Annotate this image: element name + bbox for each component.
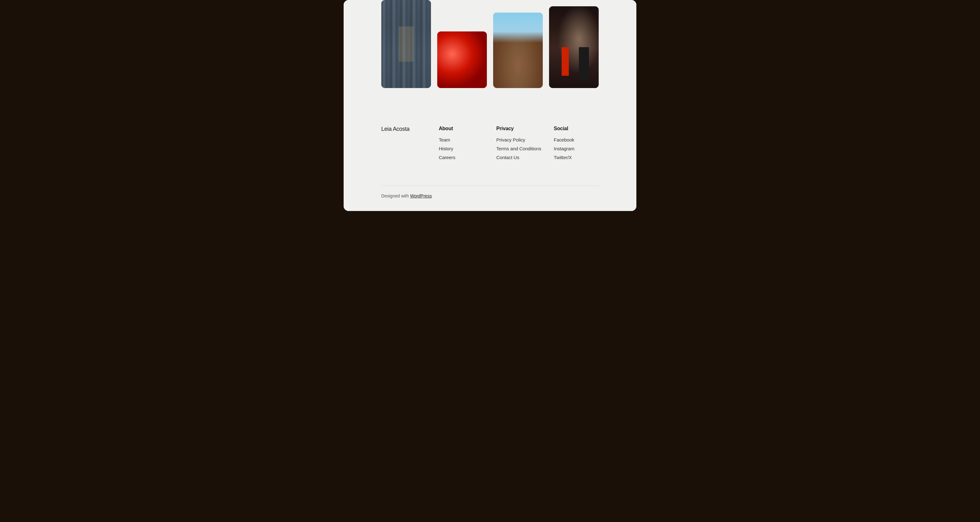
list-item: Instagram [554, 146, 599, 152]
footer-social-col: Social Facebook Instagram Twitter/X [554, 126, 599, 160]
contact-us-link[interactable]: Contact Us [496, 155, 519, 160]
terms-link[interactable]: Terms and Conditions [496, 146, 541, 151]
social-col-title: Social [554, 126, 599, 131]
list-item: Terms and Conditions [496, 146, 541, 152]
list-item: Twitter/X [554, 155, 599, 160]
privacy-policy-link[interactable]: Privacy Policy [496, 137, 525, 142]
about-careers-link[interactable]: Careers [439, 155, 455, 160]
about-col-title: About [439, 126, 484, 131]
list-item: Facebook [554, 137, 599, 143]
gallery-item-architecture[interactable] [493, 13, 543, 88]
list-item: Privacy Policy [496, 137, 541, 143]
twitter-link[interactable]: Twitter/X [554, 155, 572, 160]
gallery-item-interior[interactable] [549, 6, 599, 88]
list-item: Careers [439, 155, 484, 160]
footer-about-col: About Team History Careers [439, 126, 484, 160]
about-links: Team History Careers [439, 137, 484, 160]
gallery-item-flowers[interactable] [437, 32, 487, 88]
footer-columns: Leia Acosta About Team History Careers [381, 126, 599, 160]
footer: Leia Acosta About Team History Careers [344, 107, 636, 211]
footer-credit: Designed with WordPress [381, 193, 599, 198]
social-links: Facebook Instagram Twitter/X [554, 137, 599, 160]
instagram-link[interactable]: Instagram [554, 146, 574, 151]
gallery-item-curtains[interactable] [381, 0, 431, 88]
footer-bottom: Designed with WordPress [381, 185, 599, 198]
brand-name: Leia Acosta [381, 126, 410, 132]
list-item: Team [439, 137, 484, 143]
about-history-link[interactable]: History [439, 146, 453, 151]
list-item: Contact Us [496, 155, 541, 160]
about-team-link[interactable]: Team [439, 137, 450, 142]
list-item: History [439, 146, 484, 152]
privacy-links: Privacy Policy Terms and Conditions Cont… [496, 137, 541, 160]
footer-brand: Leia Acosta [381, 126, 426, 160]
gallery-grid [381, 0, 599, 88]
credit-text: Designed with [381, 193, 410, 198]
gallery-section [344, 0, 636, 107]
facebook-link[interactable]: Facebook [554, 137, 574, 142]
privacy-col-title: Privacy [496, 126, 541, 131]
wordpress-link[interactable]: WordPress [410, 193, 432, 198]
footer-privacy-col: Privacy Privacy Policy Terms and Conditi… [496, 126, 541, 160]
